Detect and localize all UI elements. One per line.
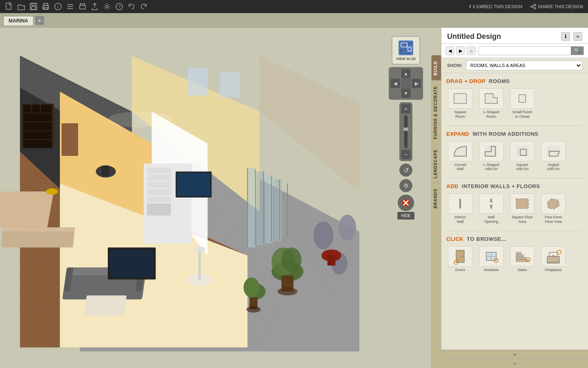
svg-marker-140 [549,151,559,156]
nav-left-button[interactable]: ◀ [390,79,400,88]
zoom-slider[interactable] [404,115,408,148]
angled-addon-icon-wrap [541,141,566,162]
svg-rect-77 [147,204,171,215]
zoom-out-button[interactable]: − [401,150,411,159]
panel-header-icons: ℹ « [561,32,582,41]
svg-point-106 [339,215,356,240]
stairs-icon [514,248,530,265]
blueprint-icon [398,40,414,56]
svg-point-111 [243,278,259,298]
nav-center-button[interactable]: · [401,79,411,88]
item-square-addon[interactable]: SquareAdd-On [508,141,536,172]
panel-collapse-button[interactable]: « [573,32,582,41]
svg-rect-76 [147,196,171,202]
interior-wall-icon [452,197,468,211]
svg-rect-118 [400,42,412,54]
search-input[interactable] [479,47,571,55]
panel-expand-down-button[interactable]: » [441,359,588,368]
item-square-floor[interactable]: Square FloorArea [508,193,536,224]
embed-link[interactable]: EMBED THIS DESIGN [469,4,522,9]
svg-rect-155 [491,252,496,256]
curved-wall-label: CurvedWall [454,163,466,172]
svg-rect-2 [32,3,35,5]
show-label: SHOW: [447,63,463,68]
print-icon[interactable] [42,2,50,11]
new-file-icon[interactable] [5,2,13,11]
redo-icon[interactable] [140,2,148,11]
tab-furnish[interactable]: FURNISH & DECORATE [432,81,441,144]
list-icon[interactable] [66,2,74,11]
item-stairs[interactable]: Stairs [508,246,536,272]
item-angled-addon[interactable]: AngledAdd-On [539,141,567,172]
stairs-icon-wrap [510,246,535,267]
zoom-in-button[interactable]: + [401,104,411,114]
svg-text:?: ? [118,4,121,9]
expand-highlight: EXPAND [446,131,469,137]
search-forward-button[interactable]: ▶ [456,46,465,55]
nav-up-button[interactable]: ▲ [401,69,411,79]
camera-settings-button[interactable]: ⚙ [399,179,412,192]
share-link[interactable]: SHARE THIS DESIGN [530,4,583,9]
item-freeform-floor[interactable]: Free-FormFloor Area [539,193,567,224]
item-doors[interactable]: Doors [446,246,474,272]
item-interior-wall[interactable]: InteriorWall [446,193,474,224]
open-file-icon[interactable] [17,2,25,11]
svg-rect-5 [44,3,48,5]
svg-rect-61 [23,114,52,122]
view-2d-button[interactable]: VIEW IN 2D [392,36,420,65]
l-shaped-addon-label: L-ShapedAdd-On [483,163,499,172]
item-l-shaped-room[interactable]: L-ShapedRoom [477,88,505,119]
panel-collapse-up-button[interactable]: « [441,350,588,359]
item-wall-opening[interactable]: WallOpening [477,193,505,224]
l-shaped-room-icon [483,92,499,105]
svg-rect-131 [454,94,466,103]
svg-rect-74 [147,182,171,188]
hide-button[interactable]: HIDE [397,212,414,220]
hide-icon-button[interactable] [398,195,414,211]
small-room-label: Small Roomor Closet [512,110,532,119]
settings-icon[interactable] [103,2,111,11]
tab-marina[interactable]: MARINA [3,16,33,25]
tab-landscape[interactable]: LANDSCAPE [432,144,441,183]
search-back-button[interactable]: ◀ [445,46,454,55]
rotate-button[interactable]: ↺ [399,164,412,177]
item-square-room[interactable]: SquareRoom [446,88,474,119]
svg-rect-138 [520,149,526,155]
svg-rect-80 [247,168,256,248]
room-visualization [0,28,431,368]
search-go-button[interactable]: 🔍 [571,47,584,55]
topbar: i ? EMBED THIS DESIGN SHARE THIS DESIGN [0,0,588,13]
help-icon[interactable]: ? [115,2,123,11]
nav-cluster: ▲ ◀ · ▶ ▼ [389,67,423,100]
item-small-room[interactable]: Small Roomor Closet [508,88,536,119]
square-floor-label: Square FloorArea [512,215,533,224]
print2-icon[interactable] [78,2,87,11]
item-curved-wall[interactable]: CurvedWall [446,141,474,172]
curved-wall-icon-wrap [448,141,472,162]
view-controls: VIEW IN 2D ▲ ◀ · ▶ ▼ [389,36,423,220]
nav-down-button[interactable]: ▼ [401,88,411,98]
item-fireplaces[interactable]: Fireplaces [539,246,567,272]
wall-opening-label: WallOpening [484,215,498,224]
info-icon[interactable]: i [54,2,62,11]
interior-rest: INTERIOR WALLS + FLOORS [462,183,540,189]
freeform-floor-label: Free-FormFloor Area [545,215,562,224]
tab-build[interactable]: BUILD [432,56,441,81]
drag-drop-rest: ROOMS [489,78,510,84]
show-dropdown[interactable]: ROOMS, WALLS & AREAS FURNITURE ALL [466,61,582,70]
save-icon[interactable] [29,2,38,11]
nav-right-button[interactable]: ▶ [412,79,421,88]
canvas[interactable]: VIEW IN 2D ▲ ◀ · ▶ ▼ [0,28,431,368]
zoom-thumb [403,128,408,131]
fireplaces-icon-wrap [541,246,566,267]
add-tab-button[interactable]: + [35,16,44,25]
svg-point-17 [534,7,536,9]
tab-brands[interactable]: BRANDS [432,183,441,213]
panel-info-button[interactable]: ℹ [561,32,570,41]
undo-icon[interactable] [127,2,136,11]
search-home-button[interactable]: ⌂ [467,46,476,55]
svg-rect-161 [516,255,523,257]
export-icon[interactable] [91,2,99,11]
item-l-shaped-addon[interactable]: L-ShapedAdd-On [477,141,505,172]
item-windows[interactable]: Windows [477,246,505,272]
